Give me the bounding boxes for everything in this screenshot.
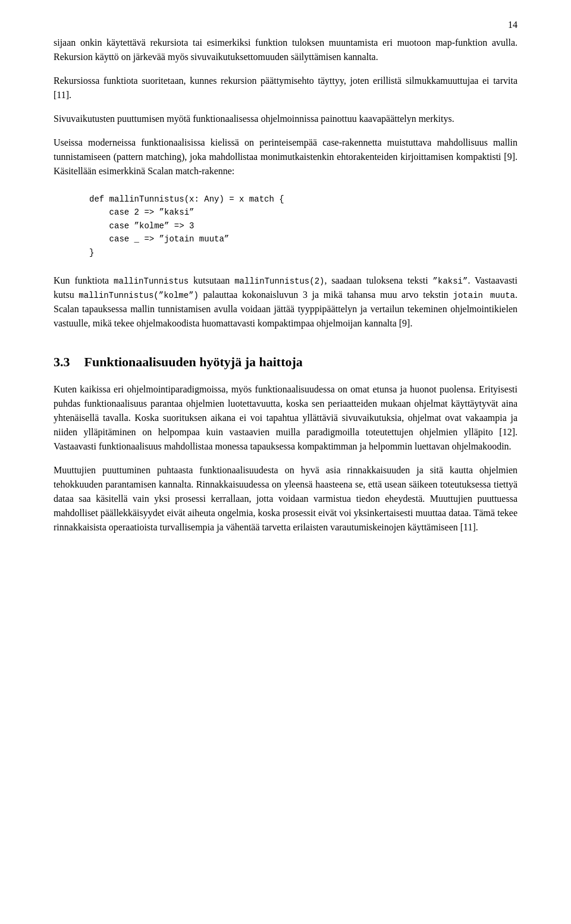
code-line-5: } <box>89 248 94 257</box>
section-paragraph-1: Kuten kaikissa eri ohjelmointiparadigmoi… <box>54 382 517 454</box>
page-number: 14 <box>508 18 517 32</box>
section-heading-3-3: 3.3Funktionaalisuuden hyötyjä ja haittoj… <box>54 352 517 372</box>
code-line-1: def mallinTunnistus(x: Any) = x match { <box>89 194 284 204</box>
inline-code-4: mallinTunnistus(”kolme”) <box>79 291 199 300</box>
section-title-3-3: Funktionaalisuuden hyötyjä ja haittoja <box>84 354 303 369</box>
code-line-2: case 2 => ”kaksi” <box>89 208 194 217</box>
paragraph-1: sijaan onkin käytettävä rekursiota tai e… <box>54 36 517 64</box>
paragraph-2: Rekursiossa funktiota suoritetaan, kunne… <box>54 74 517 102</box>
section-paragraph-2: Muuttujien puuttuminen puhtaasta funktio… <box>54 463 517 535</box>
code-line-4: case _ => ”jotain muuta” <box>89 234 229 244</box>
paragraph-3: Sivuvaikutusten puuttumisen myötä funkti… <box>54 112 517 126</box>
page: 14 sijaan onkin käytettävä rekursiota ta… <box>0 0 571 924</box>
inline-code-3: ”kaksi” <box>433 276 468 286</box>
paragraph-4: Useissa moderneissa funktionaalisissa ki… <box>54 136 517 178</box>
section-number-3-3: 3.3 <box>54 354 70 369</box>
paragraph-after-code: Kun funktiota mallinTunnistus kutsutaan … <box>54 274 517 331</box>
inline-code-2: mallinTunnistus(2) <box>234 276 324 286</box>
inline-code-5: jotain muuta <box>453 291 515 300</box>
code-block: def mallinTunnistus(x: Any) = x match { … <box>89 193 517 259</box>
code-line-3: case ”kolme” => 3 <box>89 221 194 231</box>
inline-code-1: mallinTunnistus <box>114 276 189 286</box>
